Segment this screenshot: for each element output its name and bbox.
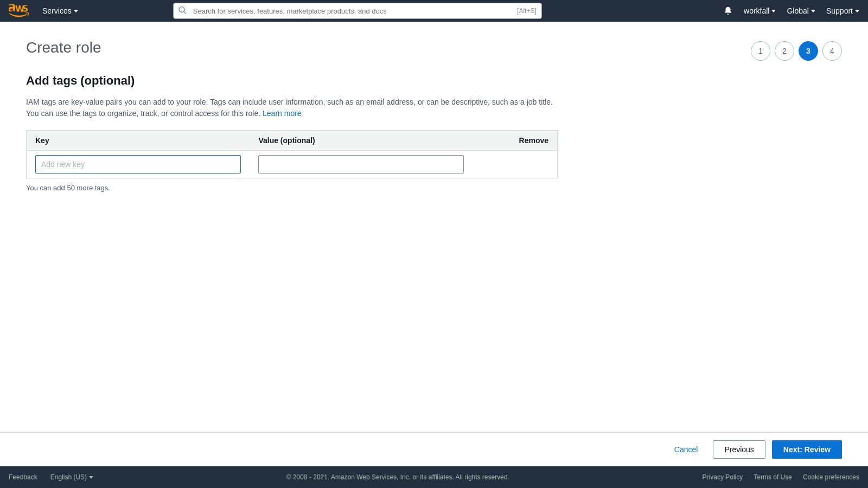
support-menu[interactable]: Support	[826, 7, 859, 15]
main-content: Create role 1 2 3 4 Add tags (optional) …	[0, 22, 868, 432]
region-menu[interactable]: Global	[787, 7, 815, 15]
step-2[interactable]: 2	[775, 41, 794, 61]
tags-table: Key Value (optional) Remove	[26, 130, 558, 178]
services-label: Services	[42, 7, 72, 15]
bottom-action-bar: Cancel Previous Next: Review	[0, 432, 868, 466]
footer-copyright: © 2008 - 2021, Amazon Web Services, Inc.…	[286, 473, 509, 481]
value-input[interactable]	[258, 155, 464, 174]
tags-table-header: Key Value (optional) Remove	[27, 131, 558, 151]
language-selector[interactable]: English (US)	[50, 473, 93, 481]
services-menu[interactable]: Services	[42, 7, 78, 15]
tags-table-body	[27, 151, 558, 178]
col-key-header: Key	[27, 131, 250, 151]
description-text: IAM tags are key-value pairs you can add…	[26, 97, 558, 119]
notifications-button[interactable]	[723, 6, 733, 16]
region-label: Global	[787, 7, 808, 15]
step-3[interactable]: 3	[799, 41, 818, 61]
user-menu[interactable]: workfall	[744, 7, 776, 15]
section-heading: Add tags (optional)	[26, 74, 842, 88]
value-cell	[250, 151, 473, 178]
step-indicators: 1 2 3 4	[751, 41, 842, 61]
col-value-header: Value (optional)	[250, 131, 473, 151]
step-4[interactable]: 4	[822, 41, 842, 61]
language-chevron-icon	[89, 476, 93, 479]
learn-more-link[interactable]: Learn more	[263, 109, 302, 118]
feedback-link[interactable]: Feedback	[9, 473, 37, 481]
aws-logo[interactable]	[9, 4, 29, 17]
key-input[interactable]	[35, 155, 241, 174]
footer-links: Privacy Policy Terms of Use Cookie prefe…	[703, 473, 859, 481]
language-label: English (US)	[50, 473, 87, 481]
top-navigation: Services [Alt+S] workfall Global Support	[0, 0, 868, 22]
region-chevron-icon	[811, 10, 815, 12]
nav-right-area: workfall Global Support	[723, 6, 859, 16]
support-chevron-icon	[855, 10, 859, 12]
terms-of-use-link[interactable]: Terms of Use	[754, 473, 792, 481]
step-1[interactable]: 1	[751, 41, 770, 61]
footer: Feedback English (US) © 2008 - 2021, Ama…	[0, 466, 868, 488]
search-icon	[178, 7, 186, 16]
next-review-button[interactable]: Next: Review	[772, 440, 842, 459]
key-cell	[27, 151, 250, 178]
cookie-preferences-link[interactable]: Cookie preferences	[803, 473, 859, 481]
page-title-area: Create role 1 2 3 4	[26, 39, 842, 61]
table-row	[27, 151, 558, 178]
search-input[interactable]	[173, 3, 542, 19]
support-label: Support	[826, 7, 853, 15]
previous-button[interactable]: Previous	[713, 440, 765, 459]
page-title: Create role	[26, 39, 101, 56]
search-bar: [Alt+S]	[173, 3, 542, 19]
search-shortcut-label: [Alt+S]	[517, 7, 537, 15]
user-chevron-icon	[771, 10, 776, 12]
tags-info: You can add 50 more tags.	[26, 184, 842, 192]
remove-cell	[473, 151, 557, 178]
col-remove-header: Remove	[473, 131, 557, 151]
svg-line-1	[184, 12, 186, 14]
privacy-policy-link[interactable]: Privacy Policy	[703, 473, 743, 481]
cancel-button[interactable]: Cancel	[666, 441, 707, 458]
services-chevron-icon	[74, 10, 78, 12]
user-label: workfall	[744, 7, 769, 15]
